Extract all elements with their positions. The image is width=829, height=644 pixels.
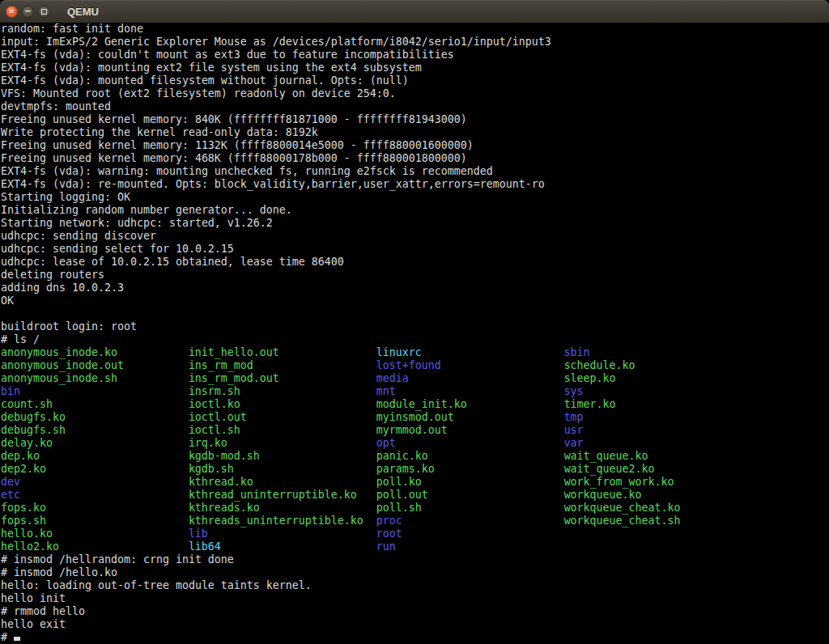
terminal-line: fops.kokthreads.kopoll.shworkqueue_cheat…	[1, 502, 829, 515]
terminal-line: adding dns 10.0.2.3	[1, 282, 829, 294]
file-entry: opt	[376, 437, 564, 450]
terminal-line: # rmmod hello	[1, 605, 829, 618]
file-entry: debugfs.ko	[1, 411, 189, 424]
terminal-screen[interactable]: random: fast init doneinput: ImExPS/2 Ge…	[0, 23, 829, 644]
file-entry: fops.ko	[1, 502, 189, 515]
prompt-text: #	[1, 631, 14, 643]
terminal-line: debugfs.shioctl.shmyrmmod.outusr	[1, 424, 829, 437]
file-entry: workqueue.ko	[564, 489, 752, 502]
file-entry: dev	[1, 476, 189, 489]
file-entry: fops.sh	[1, 515, 189, 527]
window-controls: ✕ −	[6, 6, 50, 18]
terminal-line: hello init	[1, 592, 829, 605]
file-entry: debugfs.sh	[1, 424, 189, 437]
file-entry: ioctl.out	[189, 411, 376, 424]
file-entry: sleep.ko	[564, 372, 752, 385]
terminal-line: Freeing unused kernel memory: 468K (ffff…	[1, 152, 829, 165]
file-entry: wait_queue2.ko	[564, 463, 752, 476]
terminal-line: devtmpfs: mounted	[1, 100, 829, 113]
file-entry: etc	[1, 489, 189, 502]
prompt-line: #	[1, 631, 829, 644]
terminal-line: VFS: Mounted root (ext2 filesystem) read…	[1, 87, 829, 100]
terminal-line: Freeing unused kernel memory: 840K (ffff…	[1, 113, 829, 126]
terminal-line: hello: loading out-of-tree module taints…	[1, 579, 829, 592]
close-icon: ✕	[9, 8, 15, 15]
terminal-line: anonymous_inode.shins_rm_mod.outmediasle…	[1, 372, 829, 385]
file-entry: poll.sh	[376, 502, 564, 515]
file-entry: timer.ko	[564, 398, 752, 411]
file-entry: lost+found	[376, 359, 564, 372]
file-entry: kthreads.ko	[189, 502, 376, 515]
file-entry: hello2.ko	[1, 540, 189, 553]
file-entry: linuxrc	[376, 346, 564, 359]
file-entry: kgdb-mod.sh	[189, 450, 376, 463]
terminal-line: EXT4-fs (vda): warning: mounting uncheck…	[1, 165, 829, 178]
file-entry: ioctl.sh	[189, 424, 376, 437]
file-entry: workqueue_cheat.ko	[564, 502, 752, 515]
file-entry: kthread_uninterruptible.ko	[189, 489, 376, 502]
maximize-icon	[41, 9, 47, 15]
file-entry: kgdb.sh	[189, 463, 376, 476]
minimize-icon: −	[24, 7, 31, 15]
file-entry: schedule.ko	[564, 359, 752, 372]
terminal-line: count.shioctl.komodule_init.kotimer.ko	[1, 398, 829, 411]
terminal-cursor	[14, 637, 20, 641]
terminal-line: OK	[1, 294, 829, 307]
terminal-line: Freeing unused kernel memory: 1132K (fff…	[1, 139, 829, 152]
titlebar[interactable]: ✕ − QEMU	[0, 0, 829, 23]
file-entry: ioctl.ko	[189, 398, 376, 411]
terminal-line: Starting network: udhcpc: started, v1.26…	[1, 217, 829, 230]
terminal-line: udhcpc: lease of 10.0.2.15 obtained, lea…	[1, 256, 829, 269]
terminal-line: hello exit	[1, 618, 829, 631]
file-entry: anonymous_inode.out	[1, 359, 189, 372]
terminal-line: udhcpc: sending discover	[1, 230, 829, 243]
terminal-line: Starting logging: OK	[1, 191, 829, 204]
terminal-line: EXT4-fs (vda): re-mounted. Opts: block_v…	[1, 178, 829, 191]
file-entry: irq.ko	[189, 437, 376, 450]
minimize-button[interactable]: −	[22, 6, 34, 18]
terminal-line: Initializing random number generator... …	[1, 204, 829, 217]
terminal-line: EXT4-fs (vda): mounting ext2 file system…	[1, 61, 829, 74]
file-entry: myrmmod.out	[376, 424, 564, 437]
file-entry: media	[376, 372, 564, 385]
file-entry: lib64	[189, 540, 376, 553]
file-entry: dep2.ko	[1, 463, 189, 476]
terminal-line: hello2.kolib64run	[1, 540, 829, 553]
file-entry: kthreads_uninterruptible.ko	[189, 515, 376, 527]
terminal-line: buildroot login: root	[1, 320, 829, 333]
file-entry: panic.ko	[376, 450, 564, 463]
file-entry: params.ko	[376, 463, 564, 476]
file-entry: anonymous_inode.sh	[1, 372, 189, 385]
file-entry: delay.ko	[1, 437, 189, 450]
close-button[interactable]: ✕	[6, 6, 18, 18]
file-entry: root	[376, 527, 564, 540]
file-entry: ins_rm_mod.out	[189, 372, 376, 385]
file-entry: sbin	[564, 346, 752, 359]
file-entry: init_hello.out	[189, 346, 376, 359]
terminal-line: Write protecting the kernel read-only da…	[1, 126, 829, 139]
qemu-window: ✕ − QEMU random: fast init doneinput: Im…	[0, 0, 829, 644]
terminal-line	[1, 307, 829, 320]
file-entry: poll.ko	[376, 476, 564, 489]
file-entry: kthread.ko	[189, 476, 376, 489]
terminal-line: # insmod /hello.ko	[1, 566, 829, 579]
file-entry: insrm.sh	[189, 385, 376, 398]
file-entry: poll.out	[376, 489, 564, 502]
file-entry: proc	[376, 515, 564, 527]
file-entry: anonymous_inode.ko	[1, 346, 189, 359]
window-title: QEMU	[67, 6, 99, 18]
terminal-line: # ls /	[1, 333, 829, 346]
file-entry: ins_rm_mod	[189, 359, 376, 372]
file-entry: dep.ko	[1, 450, 189, 463]
terminal-line: EXT4-fs (vda): mounted filesystem withou…	[1, 74, 829, 87]
file-entry: work_from_work.ko	[564, 476, 752, 489]
maximize-button[interactable]	[38, 6, 50, 18]
terminal-line: bininsrm.shmntsys	[1, 385, 829, 398]
terminal-line: deleting routers	[1, 269, 829, 282]
file-entry: tmp	[564, 411, 752, 424]
terminal-line: fops.shkthreads_uninterruptible.koprocwo…	[1, 515, 829, 527]
file-entry: workqueue_cheat.sh	[564, 515, 752, 527]
terminal-line: anonymous_inode.koinit_hello.outlinuxrcs…	[1, 346, 829, 359]
terminal-line: EXT4-fs (vda): couldn't mount as ext3 du…	[1, 49, 829, 61]
terminal-line: # insmod /hellrandom: crng init done	[1, 553, 829, 566]
